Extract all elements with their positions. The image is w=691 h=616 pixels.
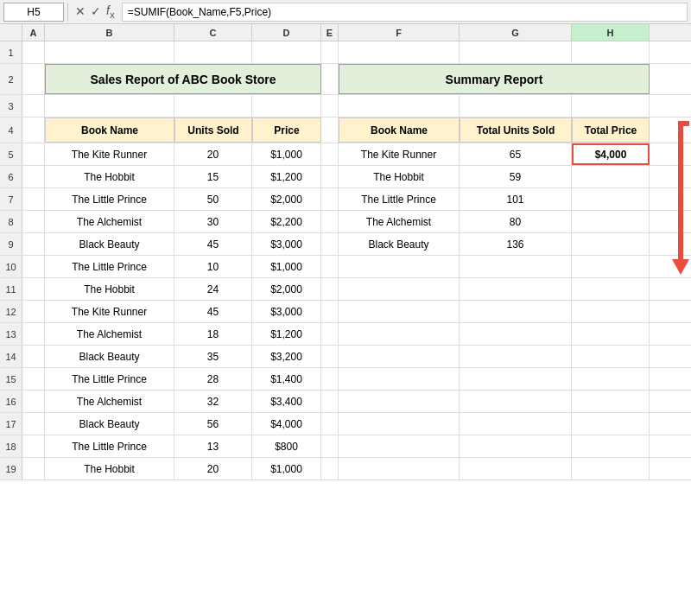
cell-g12[interactable]	[460, 301, 572, 322]
cell-b13[interactable]: The Alchemist	[45, 323, 174, 345]
cell-g11[interactable]	[460, 278, 572, 300]
cell-e1[interactable]	[321, 41, 339, 63]
cell-c19[interactable]: 20	[174, 458, 252, 479]
cell-c13[interactable]: 18	[174, 323, 252, 345]
cell-f5[interactable]: The Kite Runner	[339, 143, 460, 165]
cell-h11[interactable]	[572, 278, 650, 300]
cell-a18[interactable]	[22, 435, 45, 457]
cell-c6[interactable]: 15	[174, 166, 252, 187]
cell-g15[interactable]	[460, 368, 572, 390]
cell-h16[interactable]	[572, 391, 650, 412]
cell-h19[interactable]	[572, 458, 650, 479]
cell-g10[interactable]	[460, 256, 572, 277]
cell-h13[interactable]	[572, 323, 650, 345]
cell-h5[interactable]: $4,000	[572, 143, 650, 165]
cell-d14[interactable]: $3,200	[252, 346, 321, 367]
col-header-f[interactable]: F	[339, 24, 460, 41]
cell-c8[interactable]: 30	[174, 211, 252, 232]
cell-f12[interactable]	[339, 301, 460, 322]
cell-a15[interactable]	[22, 368, 45, 390]
cell-h3[interactable]	[572, 95, 650, 117]
cell-d17[interactable]: $4,000	[252, 413, 321, 435]
cell-f18[interactable]	[339, 435, 460, 457]
cell-a9[interactable]	[22, 233, 45, 255]
cell-d5[interactable]: $1,000	[252, 143, 321, 165]
cell-a13[interactable]	[22, 323, 45, 345]
cell-f19[interactable]	[339, 458, 460, 479]
cell-h14[interactable]	[572, 346, 650, 367]
cell-c16[interactable]: 32	[174, 391, 252, 412]
cell-a1[interactable]	[22, 41, 45, 63]
cell-g9[interactable]: 136	[460, 233, 572, 255]
cell-f17[interactable]	[339, 413, 460, 435]
cell-a4[interactable]	[22, 117, 45, 143]
cell-c18[interactable]: 13	[174, 435, 252, 457]
cell-b16[interactable]: The Alchemist	[45, 391, 174, 412]
cell-c17[interactable]: 56	[174, 413, 252, 435]
col-header-e[interactable]: E	[321, 24, 339, 41]
col-header-d[interactable]: D	[252, 24, 321, 41]
cell-g17[interactable]	[460, 413, 572, 435]
cell-h18[interactable]	[572, 435, 650, 457]
cell-d7[interactable]: $2,000	[252, 188, 321, 210]
cell-g8[interactable]: 80	[460, 211, 572, 232]
col-header-c[interactable]: C	[174, 24, 252, 41]
cell-b9[interactable]: Black Beauty	[45, 233, 174, 255]
cell-d6[interactable]: $1,200	[252, 166, 321, 187]
cell-c1[interactable]	[174, 41, 252, 63]
cell-a10[interactable]	[22, 256, 45, 277]
cell-b6[interactable]: The Hobbit	[45, 166, 174, 187]
cell-reference-box[interactable]: H5	[3, 3, 64, 22]
cell-b11[interactable]: The Hobbit	[45, 278, 174, 300]
cell-f16[interactable]	[339, 391, 460, 412]
cell-a17[interactable]	[22, 413, 45, 435]
cell-c11[interactable]: 24	[174, 278, 252, 300]
cell-g19[interactable]	[460, 458, 572, 479]
cell-d10[interactable]: $1,000	[252, 256, 321, 277]
cell-f7[interactable]: The Little Prince	[339, 188, 460, 210]
cell-h15[interactable]	[572, 368, 650, 390]
cell-d18[interactable]: $800	[252, 435, 321, 457]
cell-g14[interactable]	[460, 346, 572, 367]
cell-d11[interactable]: $2,000	[252, 278, 321, 300]
cell-h9[interactable]	[572, 233, 650, 255]
col-header-g[interactable]: G	[460, 24, 572, 41]
cell-a8[interactable]	[22, 211, 45, 232]
col-header-a[interactable]: A	[22, 24, 45, 41]
cell-d1[interactable]	[252, 41, 321, 63]
cell-b3[interactable]	[45, 95, 174, 117]
cell-h6[interactable]	[572, 166, 650, 187]
cell-f1[interactable]	[339, 41, 460, 63]
cell-f6[interactable]: The Hobbit	[339, 166, 460, 187]
cell-e3[interactable]	[321, 95, 339, 117]
cell-b7[interactable]: The Little Prince	[45, 188, 174, 210]
confirm-icon[interactable]: ✓	[91, 4, 101, 18]
cell-h17[interactable]	[572, 413, 650, 435]
cell-a11[interactable]	[22, 278, 45, 300]
cell-g6[interactable]: 59	[460, 166, 572, 187]
cell-g7[interactable]: 101	[460, 188, 572, 210]
cell-b17[interactable]: Black Beauty	[45, 413, 174, 435]
cell-c5[interactable]: 20	[174, 143, 252, 165]
cell-h12[interactable]	[572, 301, 650, 322]
cell-b18[interactable]: The Little Prince	[45, 435, 174, 457]
cell-a2[interactable]	[22, 64, 45, 94]
cell-b19[interactable]: The Hobbit	[45, 458, 174, 479]
formula-input[interactable]	[122, 3, 688, 22]
cell-b14[interactable]: Black Beauty	[45, 346, 174, 367]
cell-a7[interactable]	[22, 188, 45, 210]
cell-f11[interactable]	[339, 278, 460, 300]
cell-c15[interactable]: 28	[174, 368, 252, 390]
cell-d16[interactable]: $3,400	[252, 391, 321, 412]
cell-a16[interactable]	[22, 391, 45, 412]
cell-g13[interactable]	[460, 323, 572, 345]
insert-function-icon[interactable]: fx	[106, 3, 115, 20]
cell-d12[interactable]: $3,000	[252, 301, 321, 322]
cell-b5[interactable]: The Kite Runner	[45, 143, 174, 165]
cell-a3[interactable]	[22, 95, 45, 117]
cell-c9[interactable]: 45	[174, 233, 252, 255]
cell-g3[interactable]	[460, 95, 572, 117]
cell-h10[interactable]	[572, 256, 650, 277]
cell-f13[interactable]	[339, 323, 460, 345]
cell-f3[interactable]	[339, 95, 460, 117]
